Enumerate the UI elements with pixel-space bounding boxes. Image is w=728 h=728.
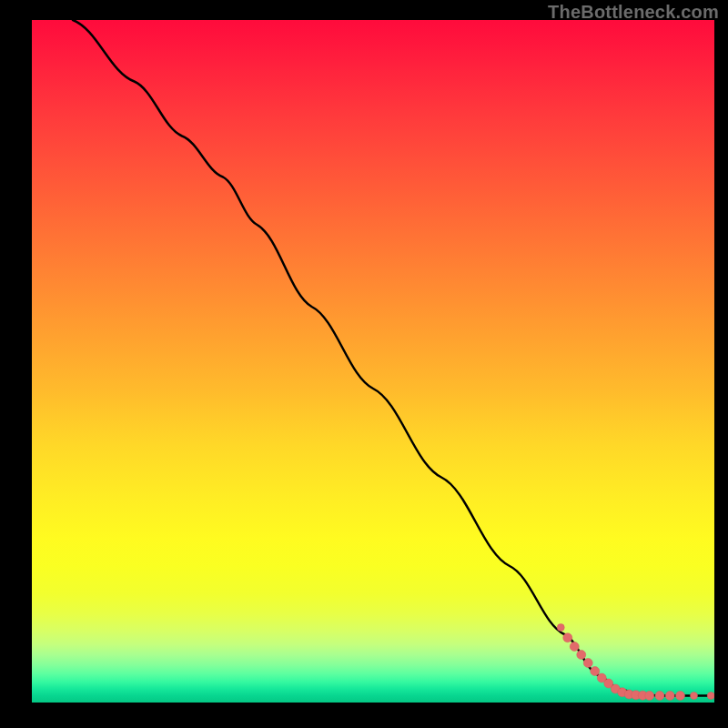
data-point	[632, 691, 641, 700]
curve-line	[32, 20, 714, 703]
data-point	[591, 667, 600, 676]
data-point	[624, 690, 633, 699]
chart-root: TheBottleneck.com	[0, 0, 728, 728]
data-point	[611, 684, 620, 693]
data-point	[597, 673, 606, 682]
data-points	[32, 20, 714, 703]
data-point	[638, 691, 647, 700]
data-point	[604, 679, 613, 688]
data-point	[645, 692, 654, 701]
data-point	[557, 624, 564, 632]
data-point	[583, 659, 592, 668]
data-point	[707, 693, 714, 700]
plot-area	[32, 20, 714, 703]
data-point	[563, 633, 572, 642]
data-point	[570, 642, 579, 652]
data-point	[691, 693, 698, 700]
data-point	[665, 692, 674, 701]
data-point	[655, 692, 664, 701]
watermark-label: TheBottleneck.com	[548, 2, 719, 23]
data-point	[577, 651, 586, 660]
data-point	[676, 692, 685, 701]
data-point	[618, 688, 627, 697]
